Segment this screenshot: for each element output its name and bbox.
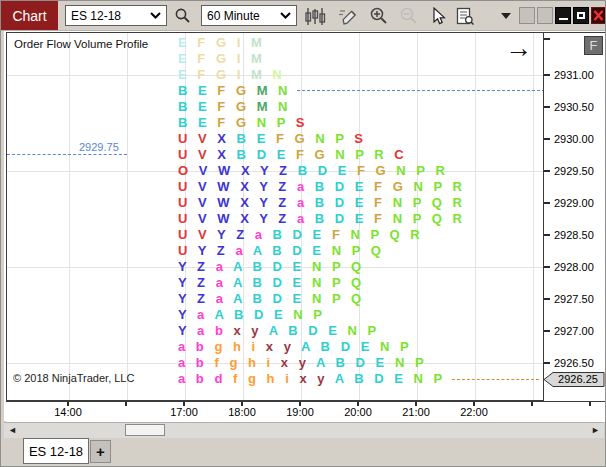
tpo-letter: A [316, 355, 328, 370]
tpo-letter: Z [197, 259, 208, 274]
time-tick [125, 402, 127, 406]
cursor-icon[interactable] [427, 6, 451, 26]
horizontal-scrollbar[interactable]: ◄ ► [4, 422, 604, 438]
time-tick-label: 14:00 [46, 406, 90, 418]
tpo-letter: B [253, 291, 266, 306]
tpo-letter: P [434, 371, 446, 386]
scrollbar-thumb[interactable] [125, 424, 165, 436]
tpo-letter: Y [259, 179, 271, 194]
tpo-letter: B [288, 323, 301, 338]
close-button[interactable] [591, 7, 606, 24]
toolbar-overflow-caret-icon[interactable] [501, 13, 511, 19]
tpo-letter: A [233, 275, 245, 290]
tpo-letter: a [178, 371, 189, 386]
tpo-letter: Z [278, 179, 289, 194]
price-tick [544, 266, 550, 268]
tpo-letter: A [335, 371, 347, 386]
tpo-letter: G [393, 179, 407, 194]
last-price-marker: 2926.25 [543, 371, 605, 388]
interval-selector-value: 60 Minute [207, 9, 260, 23]
pencil-icon[interactable] [337, 6, 361, 26]
tpo-letter: N [272, 67, 285, 82]
vertical-gridline [533, 33, 534, 400]
go-to-last-bar-arrow-icon[interactable]: → [505, 35, 532, 62]
vertical-gridline [475, 33, 476, 400]
tpo-letter: a [297, 179, 308, 194]
tpo-row-2928.75: U V W X Y Z a B D E F N P Q R [178, 211, 465, 227]
tpo-letter: I [237, 35, 244, 50]
tpo-letter: N [278, 99, 291, 114]
scroll-right-icon[interactable]: ► [591, 425, 600, 436]
tpo-letter: A [233, 291, 245, 306]
tpo-letter: N [380, 339, 393, 354]
tpo-row-2928.25: U Y Z a A B D E N P Q [178, 243, 384, 259]
tpo-letter: U [178, 211, 191, 226]
tpo-letter: a [197, 323, 208, 338]
time-axis[interactable]: 14:0017:0018:0019:0020:0021:0022:00 [6, 401, 605, 422]
tpo-letter: P [416, 163, 428, 178]
bar-chart-icon[interactable] [303, 6, 327, 26]
tpo-row-2926.50: a b f g h i x y A B D E N P [178, 355, 427, 371]
tpo-letter: G [295, 131, 309, 146]
tpo-letter: G [236, 115, 250, 130]
tpo-letter: Y [178, 307, 190, 322]
tpo-letter: E [355, 195, 367, 210]
time-tick-label: 17:00 [162, 406, 206, 418]
tpo-letter: N [293, 307, 306, 322]
tpo-letter: a [297, 211, 308, 226]
tpo-letter: Q [351, 259, 365, 274]
tab-es-12-18[interactable]: ES 12-18 [23, 438, 89, 464]
tpo-letter: E [277, 147, 289, 162]
window-button-blank-2[interactable] [537, 7, 553, 24]
data-box-icon[interactable] [453, 6, 477, 26]
tpo-letter: V [198, 195, 210, 210]
tpo-letter: E [293, 291, 305, 306]
tpo-letter: V [198, 227, 210, 242]
interval-selector[interactable]: 60 Minute [201, 5, 297, 26]
tpo-letter: W [217, 211, 233, 226]
tpo-letter: M [251, 51, 265, 66]
tpo-row-2929.25: U V W X Y Z a B D E F G N P R [178, 179, 465, 195]
tpo-letter: i [267, 355, 274, 370]
add-tab-button[interactable]: + [90, 440, 111, 463]
tpo-letter: B [234, 307, 247, 322]
tpo-letter: N [312, 275, 325, 290]
minimize-button[interactable] [555, 7, 571, 24]
search-icon[interactable] [171, 6, 195, 26]
tpo-letter: P [332, 291, 344, 306]
tpo-letter: F [374, 211, 385, 226]
tpo-letter: E [198, 83, 210, 98]
tpo-letter: E [355, 179, 367, 194]
zoom-in-icon[interactable] [367, 6, 391, 26]
tpo-letter: a [297, 195, 308, 210]
tpo-letter: x [234, 323, 245, 338]
price-axis[interactable]: F 2926.25 2931.002930.502930.002929.5029… [544, 32, 605, 402]
tpo-letter: X [240, 179, 252, 194]
tpo-letter: G [236, 83, 250, 98]
tpo-letter: P [332, 275, 344, 290]
tpo-letter: B [315, 179, 328, 194]
tpo-letter: N [348, 323, 361, 338]
tpo-letter: B [272, 243, 285, 258]
tpo-letter: P [413, 211, 425, 226]
chart-plot[interactable]: Order Flow Volume Profile E F G I ME F G… [6, 32, 544, 401]
price-tick [544, 106, 550, 108]
chart-area: Order Flow Volume Profile E F G I ME F G… [4, 31, 605, 421]
scroll-left-icon[interactable]: ◄ [8, 425, 17, 436]
zoom-out-icon[interactable] [397, 6, 421, 26]
fixed-scale-button[interactable]: F [584, 36, 603, 55]
tpo-letter: M [257, 99, 271, 114]
tpo-letter: R [374, 147, 387, 162]
tpo-letter: h [248, 355, 259, 370]
tpo-letter: i [285, 371, 292, 386]
instrument-selector[interactable]: ES 12-18 [65, 5, 167, 26]
tpo-letter: E [312, 243, 324, 258]
copyright-label: © 2018 NinjaTrader, LLC [13, 372, 134, 384]
window-button-blank-1[interactable] [519, 7, 535, 24]
restore-button[interactable] [573, 7, 589, 24]
tpo-letter: D [292, 243, 305, 258]
price-tick-label: 2926.50 [554, 357, 594, 369]
tpo-letter: B [273, 227, 286, 242]
tpo-letter: E [178, 51, 190, 66]
tpo-letter: B [237, 147, 250, 162]
